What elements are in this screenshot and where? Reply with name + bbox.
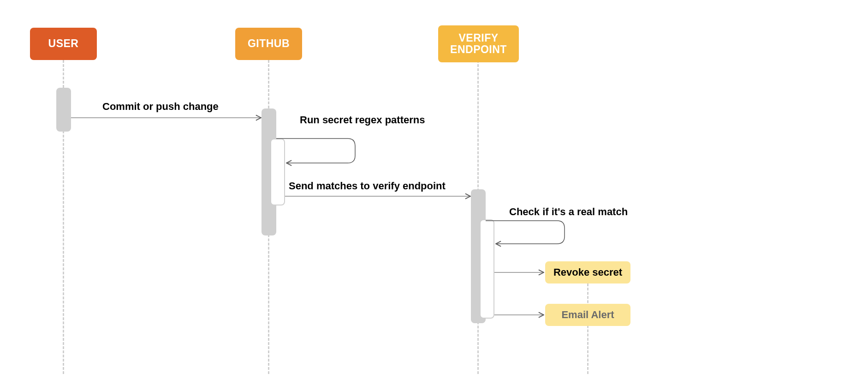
action-revoke-label: Revoke secret [553, 266, 622, 278]
participant-verify-label: VERIFY ENDPOINT [443, 32, 514, 56]
arrow-check-real [486, 221, 565, 244]
activation-github-inner [270, 139, 285, 205]
sequence-diagram: USER GITHUB VERIFY ENDPOINT Commit or pu… [0, 0, 868, 386]
participant-github-label: GITHUB [248, 38, 290, 49]
msg-send-matches: Send matches to verify endpoint [289, 180, 446, 192]
participant-github: GITHUB [235, 28, 302, 60]
activation-verify-inner [480, 219, 494, 319]
msg-commit-push: Commit or push change [102, 101, 219, 113]
participant-user-label: USER [48, 38, 79, 49]
action-revoke: Revoke secret [545, 261, 630, 283]
msg-check-real: Check if it's a real match [509, 206, 628, 218]
action-email-label: Email Alert [561, 309, 614, 321]
arrows-layer [0, 0, 868, 386]
arrow-run-regex [276, 139, 355, 163]
participant-verify: VERIFY ENDPOINT [438, 25, 519, 62]
activation-user [56, 88, 71, 132]
msg-run-regex: Run secret regex patterns [300, 114, 425, 126]
lifeline-aux [587, 279, 589, 374]
action-email: Email Alert [545, 304, 630, 326]
participant-user: USER [30, 28, 97, 60]
